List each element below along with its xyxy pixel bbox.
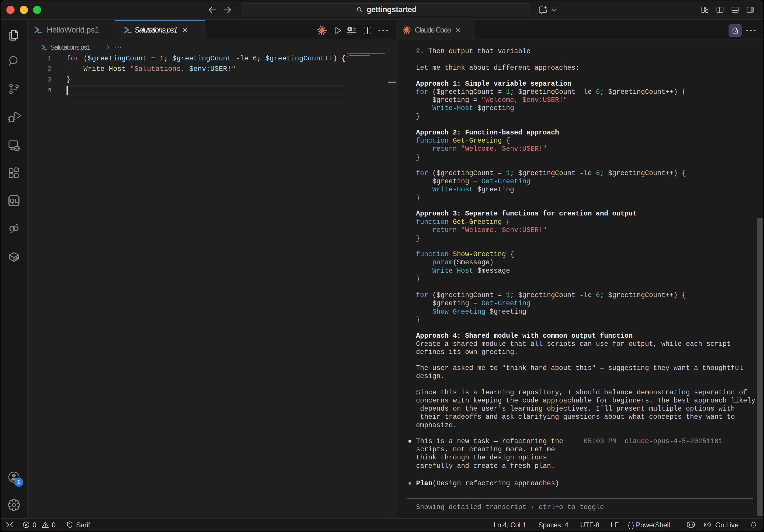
svg-text:QL: QL: [10, 198, 18, 204]
